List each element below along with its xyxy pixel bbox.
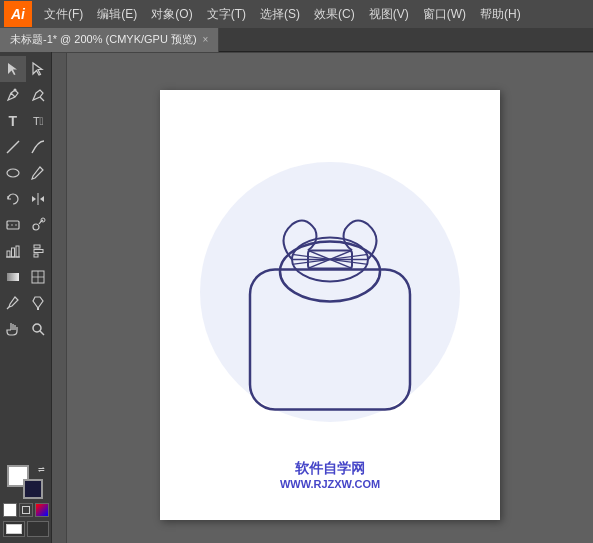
title-bar: Ai 文件(F) 编辑(E) 对象(O) 文字(T) 选择(S) 效果(C) 视… — [0, 0, 593, 28]
watermark-line2: WWW.RJZXW.COM — [280, 478, 380, 490]
arc-tool[interactable] — [26, 134, 52, 160]
ruler-v-svg — [52, 53, 67, 543]
menu-text[interactable]: 文字(T) — [201, 4, 252, 25]
bar-graph-tool[interactable] — [26, 238, 52, 264]
select-tool[interactable] — [0, 56, 26, 82]
svg-point-22 — [33, 324, 41, 332]
tool-row-9 — [0, 264, 51, 290]
ai-logo: Ai — [4, 1, 32, 27]
direct-select-tool[interactable] — [26, 56, 52, 82]
svg-line-1 — [40, 97, 44, 101]
tab-label: 未标题-1* @ 200% (CMYK/GPU 预览) — [10, 32, 197, 47]
menu-window[interactable]: 窗口(W) — [417, 4, 472, 25]
menu-file[interactable]: 文件(F) — [38, 4, 89, 25]
svg-point-7 — [33, 224, 39, 230]
tab-bar: 未标题-1* @ 200% (CMYK/GPU 预览) × — [0, 28, 593, 52]
mode-normal[interactable] — [3, 521, 25, 537]
svg-line-2 — [7, 141, 19, 153]
vertical-type-icon: T⃦ — [33, 115, 44, 127]
tool-row-1 — [0, 56, 51, 82]
menu-help[interactable]: 帮助(H) — [474, 4, 527, 25]
warp-tool[interactable] — [0, 212, 26, 238]
ellipse-tool[interactable] — [0, 160, 26, 186]
hand-tool[interactable] — [0, 316, 26, 342]
menu-edit[interactable]: 编辑(E) — [91, 4, 143, 25]
svg-rect-27 — [250, 269, 410, 409]
svg-rect-16 — [7, 273, 19, 281]
main-area: T T⃦ — [0, 52, 593, 543]
type-icon: T — [8, 113, 17, 129]
svg-line-20 — [7, 307, 9, 309]
artboard: 软件自学网 WWW.RJZXW.COM — [160, 90, 500, 520]
svg-rect-14 — [34, 250, 43, 253]
menu-object[interactable]: 对象(O) — [145, 4, 198, 25]
tool-row-4 — [0, 134, 51, 160]
tool-row-5 — [0, 160, 51, 186]
stroke-indicator[interactable] — [19, 503, 33, 517]
artwork-svg — [220, 159, 440, 419]
type-tool[interactable]: T — [0, 108, 26, 134]
pen-tool[interactable] — [0, 82, 26, 108]
column-graph-tool[interactable] — [0, 238, 26, 264]
svg-rect-10 — [11, 248, 14, 257]
tool-row-7 — [0, 212, 51, 238]
line-tool[interactable] — [0, 134, 26, 160]
canvas-area: 软件自学网 WWW.RJZXW.COM 200% — [52, 52, 593, 543]
menu-bar[interactable]: 文件(F) 编辑(E) 对象(O) 文字(T) 选择(S) 效果(C) 视图(V… — [38, 4, 527, 25]
menu-effect[interactable]: 效果(C) — [308, 4, 361, 25]
svg-point-3 — [7, 169, 19, 177]
menu-select[interactable]: 选择(S) — [254, 4, 306, 25]
svg-point-0 — [13, 89, 16, 92]
svg-rect-13 — [34, 245, 40, 248]
tool-row-11 — [0, 316, 51, 342]
ruler-vertical — [52, 53, 67, 543]
tab-close-button[interactable]: × — [203, 34, 209, 45]
watermark: 软件自学网 WWW.RJZXW.COM — [280, 460, 380, 490]
tool-row-3: T T⃦ — [0, 108, 51, 134]
reflect-tool[interactable] — [26, 186, 52, 212]
eyedropper-tool[interactable] — [0, 290, 26, 316]
zoom-tool[interactable] — [26, 316, 52, 342]
rotate-tool[interactable] — [0, 186, 26, 212]
paint-bucket-tool[interactable] — [26, 290, 52, 316]
canvas-with-ruler: 软件自学网 WWW.RJZXW.COM — [52, 53, 593, 543]
svg-rect-15 — [34, 254, 38, 257]
pencil-tool[interactable] — [26, 160, 52, 186]
svg-rect-26 — [52, 53, 67, 543]
vertical-type-tool[interactable]: T⃦ — [26, 108, 52, 134]
svg-rect-11 — [16, 246, 19, 257]
document-tab[interactable]: 未标题-1* @ 200% (CMYK/GPU 预览) × — [0, 28, 219, 52]
symbol-sprayer-tool[interactable] — [26, 212, 52, 238]
tool-row-6 — [0, 186, 51, 212]
mode-behind[interactable] — [27, 521, 49, 537]
swap-colors-button[interactable]: ⇌ — [38, 465, 45, 474]
svg-line-23 — [40, 331, 44, 335]
svg-rect-9 — [7, 251, 10, 257]
menu-view[interactable]: 视图(V) — [363, 4, 415, 25]
fill-none-indicator[interactable] — [3, 503, 17, 517]
tool-bottom: ⇌ — [0, 461, 51, 543]
tool-row-8 — [0, 238, 51, 264]
add-anchor-tool[interactable] — [26, 82, 52, 108]
watermark-line1: 软件自学网 — [280, 460, 380, 478]
stroke-color[interactable] — [23, 479, 43, 499]
mesh-tool[interactable] — [26, 264, 52, 290]
tool-row-2 — [0, 82, 51, 108]
canvas-viewport[interactable]: 软件自学网 WWW.RJZXW.COM — [67, 53, 593, 543]
tool-row-10 — [0, 290, 51, 316]
toolbar: T T⃦ — [0, 52, 52, 543]
gradient-tool[interactable] — [0, 264, 26, 290]
gradient-indicator[interactable] — [35, 503, 49, 517]
